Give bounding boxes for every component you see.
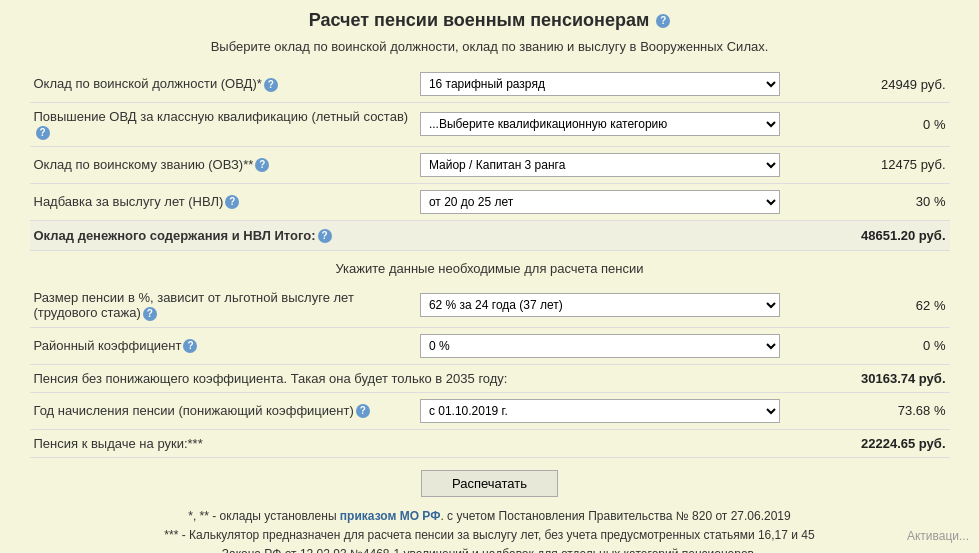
region-coeff-value: 0 % xyxy=(784,327,950,364)
page-title: Расчет пенсии военным пенсионерам ? xyxy=(30,10,950,31)
total-label: Оклад денежного содержания и НВЛ Итого:? xyxy=(30,220,416,251)
total-value: 48651.20 руб. xyxy=(784,220,950,251)
ovd-label: Оклад по воинской должности (ОВД)*? xyxy=(30,66,416,103)
subtitle: Выберите оклад по воинской должности, ок… xyxy=(30,39,950,54)
ovd-select[interactable]: 16 тарифный разряд xyxy=(420,72,780,96)
footnote-3: Закона РФ от 12.02.93 №4468-1 увеличений… xyxy=(30,545,950,553)
table-row: Оклад по воинскому званию (ОВЗ)**? Майор… xyxy=(30,146,950,183)
nvl-label: Надбавка за выслугу лет (НВЛ)? xyxy=(30,183,416,220)
region-coeff-label: Районный коэффициент? xyxy=(30,327,416,364)
pension-no-coeff-value: 30163.74 руб. xyxy=(784,364,950,392)
ovz-value: 12475 руб. xyxy=(784,146,950,183)
region-coeff-select[interactable]: 0 % xyxy=(420,334,780,358)
ovd-upgrade-help-icon[interactable]: ? xyxy=(36,126,50,140)
pension-no-coeff-label: Пенсия без понижающего коэффициента. Так… xyxy=(30,364,784,392)
ovd-upgrade-label: Повышение ОВД за классную квалификацию (… xyxy=(30,103,416,147)
total-row: Оклад денежного содержания и НВЛ Итого:?… xyxy=(30,220,950,251)
table-row: Год начисления пенсии (понижающий коэффи… xyxy=(30,392,950,429)
pension-pct-label: Размер пенсии в %, зависит от льготной в… xyxy=(30,284,416,327)
print-btn-row: Распечатать xyxy=(30,470,950,497)
footnote-2: *** - Калькулятор предназначен для расче… xyxy=(30,526,950,545)
year-coeff-help-icon[interactable]: ? xyxy=(356,404,370,418)
year-coeff-label: Год начисления пенсии (понижающий коэффи… xyxy=(30,392,416,429)
nvl-select[interactable]: от 20 до 25 лет xyxy=(420,190,780,214)
ovd-upgrade-select-cell: ...Выберите квалификационную категорию xyxy=(416,103,784,147)
ovd-value: 24949 руб. xyxy=(784,66,950,103)
footnote-1: *, ** - оклады установлены приказом МО Р… xyxy=(30,507,950,526)
title-help-icon[interactable]: ? xyxy=(656,14,670,28)
footnotes: *, ** - оклады установлены приказом МО Р… xyxy=(30,507,950,553)
ovz-label: Оклад по воинскому званию (ОВЗ)**? xyxy=(30,146,416,183)
table-row: Надбавка за выслугу лет (НВЛ)? от 20 до … xyxy=(30,183,950,220)
pension-result-value: 22224.65 руб. xyxy=(784,429,950,457)
section2-header: Укажите данные необходимые для расчета п… xyxy=(30,261,950,276)
nvl-help-icon[interactable]: ? xyxy=(225,195,239,209)
table-row: Повышение ОВД за классную квалификацию (… xyxy=(30,103,950,147)
year-coeff-select-cell: с 01.10.2019 г. xyxy=(416,392,784,429)
pension-pct-value: 62 % xyxy=(784,284,950,327)
pension-pct-select[interactable]: 62 % за 24 года (37 лет) xyxy=(420,293,780,317)
ovd-upgrade-select[interactable]: ...Выберите квалификационную категорию xyxy=(420,112,780,136)
pension-pct-select-cell: 62 % за 24 года (37 лет) xyxy=(416,284,784,327)
nvl-value: 30 % xyxy=(784,183,950,220)
table-row: Оклад по воинской должности (ОВД)*? 16 т… xyxy=(30,66,950,103)
ovz-help-icon[interactable]: ? xyxy=(255,158,269,172)
pension-no-coeff-row: Пенсия без понижающего коэффициента. Так… xyxy=(30,364,950,392)
table-row: Районный коэффициент? 0 % 0 % xyxy=(30,327,950,364)
ovd-upgrade-value: 0 % xyxy=(784,103,950,147)
total-help-icon[interactable]: ? xyxy=(318,229,332,243)
main-form-table: Оклад по воинской должности (ОВД)*? 16 т… xyxy=(30,66,950,251)
table-row: Размер пенсии в %, зависит от льготной в… xyxy=(30,284,950,327)
mo-rf-link[interactable]: приказом МО РФ xyxy=(340,509,441,523)
pension-result-row: Пенсия к выдаче на руки:*** 22224.65 руб… xyxy=(30,429,950,457)
print-button[interactable]: Распечатать xyxy=(421,470,558,497)
year-coeff-select[interactable]: с 01.10.2019 г. xyxy=(420,399,780,423)
watermark: Активаци... xyxy=(907,529,969,543)
nvl-select-cell: от 20 до 25 лет xyxy=(416,183,784,220)
pension-form-table: Размер пенсии в %, зависит от льготной в… xyxy=(30,284,950,458)
ovz-select-cell: Майор / Капитан 3 ранга xyxy=(416,146,784,183)
region-coeff-help-icon[interactable]: ? xyxy=(183,339,197,353)
ovd-select-cell: 16 тарифный разряд xyxy=(416,66,784,103)
pension-pct-help-icon[interactable]: ? xyxy=(143,307,157,321)
ovd-help-icon[interactable]: ? xyxy=(264,78,278,92)
year-coeff-value: 73.68 % xyxy=(784,392,950,429)
pension-result-label: Пенсия к выдаче на руки:*** xyxy=(30,429,784,457)
ovz-select[interactable]: Майор / Капитан 3 ранга xyxy=(420,153,780,177)
region-coeff-select-cell: 0 % xyxy=(416,327,784,364)
